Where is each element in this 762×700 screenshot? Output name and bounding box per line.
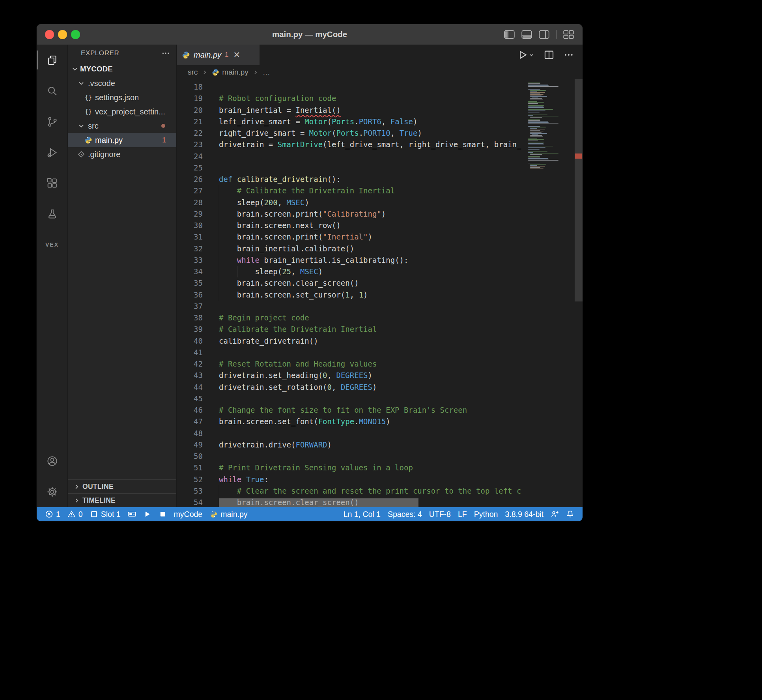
chevron-down-icon xyxy=(71,65,79,73)
status-errors[interactable]: 1 xyxy=(41,510,64,519)
code-token: # Clear the screen and reset the print c… xyxy=(237,487,521,495)
code-line-33[interactable]: 33 while brain_inertial.is_calibrating()… xyxy=(177,255,532,266)
close-window-button[interactable] xyxy=(45,30,54,39)
layout-sidebar-right-button[interactable] xyxy=(539,30,549,39)
close-tab-button[interactable]: ✕ xyxy=(233,50,241,60)
minimize-window-button[interactable] xyxy=(58,30,67,39)
code-line-19[interactable]: 19# Robot configuration code xyxy=(177,93,532,104)
tree-item-src[interactable]: src xyxy=(68,119,176,133)
activity-vex-logo[interactable]: VEX xyxy=(37,229,67,260)
code-line-44[interactable]: 44drivetrain.set_rotation(0, DEGREES) xyxy=(177,382,532,393)
activity-test-beaker[interactable] xyxy=(37,198,67,229)
status-project-name[interactable]: myCode xyxy=(170,510,206,519)
code-line-24[interactable]: 24 xyxy=(177,151,532,162)
code-line-26[interactable]: 26def calibrate_drivetrain(): xyxy=(177,174,532,185)
breadcrumb-[interactable]: … xyxy=(263,68,270,77)
status-eol[interactable]: LF xyxy=(454,510,471,519)
code-line-49[interactable]: 49drivetrain.drive(FORWARD) xyxy=(177,439,532,451)
line-text: sleep(25, MSEC) xyxy=(219,266,323,277)
activity-extensions[interactable] xyxy=(37,168,67,198)
code-line-29[interactable]: 29 brain.screen.print("Calibrating") xyxy=(177,208,532,220)
code-line-46[interactable]: 46# Change the font size to fit on the E… xyxy=(177,404,532,416)
code-line-37[interactable]: 37 xyxy=(177,301,532,312)
code-line-18[interactable]: 18 xyxy=(177,81,532,93)
status-slot[interactable]: Slot 1 xyxy=(86,510,124,519)
tab-main-py[interactable]: main.py 1 ✕ xyxy=(177,45,260,65)
code-line-42[interactable]: 42# Reset Rotation and Heading values xyxy=(177,358,532,370)
status-indentation[interactable]: Spaces: 4 xyxy=(384,510,426,519)
minimap[interactable] xyxy=(528,81,572,169)
code-line-22[interactable]: 22right_drive_smart = Motor(Ports.PORT10… xyxy=(177,127,532,139)
code-line-43[interactable]: 43drivetrain.set_heading(0, DEGREES) xyxy=(177,370,532,381)
zoom-window-button[interactable] xyxy=(71,30,80,39)
code-line-38[interactable]: 38# Begin project code xyxy=(177,312,532,324)
code-line-40[interactable]: 40calibrate_drivetrain() xyxy=(177,335,532,347)
tree-item-vscode[interactable]: .vscode xyxy=(68,76,176,90)
breadcrumb-src[interactable]: src xyxy=(188,68,198,77)
code-line-51[interactable]: 51# Print Drivetrain Sensing values in a… xyxy=(177,462,532,474)
code-line-25[interactable]: 25 xyxy=(177,162,532,174)
status-interpreter[interactable]: 3.8.9 64-bit xyxy=(501,510,547,519)
activity-source-control[interactable] xyxy=(37,106,67,137)
activity-run-debug[interactable] xyxy=(37,137,67,168)
code-line-45[interactable]: 45 xyxy=(177,393,532,404)
code-line-23[interactable]: 23drivetrain = SmartDrive(left_drive_sma… xyxy=(177,139,532,150)
code-line-34[interactable]: 34 sleep(25, MSEC) xyxy=(177,266,532,277)
split-editor-button[interactable] xyxy=(544,50,554,60)
tree-item-vex-project-settin[interactable]: {}vex_project_settin... xyxy=(68,105,176,119)
line-number: 30 xyxy=(177,220,203,231)
run-file-button[interactable] xyxy=(517,50,534,60)
status-language-mode[interactable]: Python xyxy=(471,510,502,519)
panel-outline[interactable]: OUTLINE xyxy=(68,479,176,493)
code-line-28[interactable]: 28 sleep(200, MSEC) xyxy=(177,197,532,208)
layout-panel-button[interactable] xyxy=(521,30,532,39)
breadcrumb-main-py[interactable]: main.py xyxy=(212,68,248,77)
activity-files[interactable] xyxy=(37,45,67,75)
status-feedback[interactable] xyxy=(547,510,562,518)
tree-root-mycode[interactable]: MYCODE xyxy=(68,62,176,76)
code-line-32[interactable]: 32 brain_inertial.calibrate() xyxy=(177,243,532,255)
explorer-actions-button[interactable] xyxy=(161,49,170,58)
code-line-39[interactable]: 39# Calibrate the Drivetrain Inertial xyxy=(177,324,532,335)
line-number: 48 xyxy=(177,428,203,439)
more-button[interactable] xyxy=(564,50,574,60)
activity-settings-gear[interactable] xyxy=(37,476,67,507)
status-notifications[interactable] xyxy=(562,510,578,518)
code-line-52[interactable]: 52while True: xyxy=(177,474,532,485)
code-line-21[interactable]: 21left_drive_smart = Motor(Ports.PORT6, … xyxy=(177,116,532,127)
code-line-35[interactable]: 35 brain.screen.clear_screen() xyxy=(177,277,532,289)
status-brain-device[interactable] xyxy=(124,510,140,518)
activity-account[interactable] xyxy=(37,445,67,476)
line-text: left_drive_smart = Motor(Ports.PORT6, Fa… xyxy=(219,116,417,127)
minimap-line xyxy=(528,113,572,114)
status-active-file[interactable]: main.py xyxy=(206,510,251,519)
minimap-line xyxy=(530,166,545,167)
code-line-27[interactable]: 27 # Calibrate the Drivetrain Inertial xyxy=(177,185,532,197)
vertical-scrollbar[interactable] xyxy=(575,79,583,301)
layout-sidebar-left-button[interactable] xyxy=(504,30,515,39)
code-line-41[interactable]: 41 xyxy=(177,347,532,358)
status-run-project[interactable] xyxy=(140,510,155,518)
code-editor[interactable]: 1819# Robot configuration code20brain_in… xyxy=(177,79,583,507)
minimap-line xyxy=(528,149,540,150)
code-line-30[interactable]: 30 brain.screen.next_row() xyxy=(177,220,532,231)
tree-item-settings-json[interactable]: {}settings.json xyxy=(68,90,176,105)
status-warnings[interactable]: 0 xyxy=(64,510,86,519)
code-line-50[interactable]: 50 xyxy=(177,451,532,462)
code-line-53[interactable]: 53 # Clear the screen and reset the prin… xyxy=(177,485,532,497)
code-line-36[interactable]: 36 brain.screen.set_cursor(1, 1) xyxy=(177,289,532,301)
code-line-47[interactable]: 47brain.screen.set_font(FontType.MONO15) xyxy=(177,416,532,427)
activity-search[interactable] xyxy=(37,75,67,106)
code-line-48[interactable]: 48 xyxy=(177,428,532,439)
panel-timeline[interactable]: TIMELINE xyxy=(68,493,176,507)
tree-item-gitignore[interactable]: .gitignore xyxy=(68,147,176,161)
layout-customize-button[interactable] xyxy=(563,30,574,39)
status-encoding[interactable]: UTF-8 xyxy=(426,510,454,519)
horizontal-scrollbar[interactable] xyxy=(219,498,418,507)
status-stop-project[interactable] xyxy=(155,510,170,518)
tree-item-main-py[interactable]: main.py1 xyxy=(68,133,176,147)
status-cursor-position[interactable]: Ln 1, Col 1 xyxy=(340,510,384,519)
indent-guide xyxy=(237,266,237,277)
code-line-20[interactable]: 20brain_inertial = Inertial() xyxy=(177,105,532,116)
code-line-31[interactable]: 31 brain.screen.print("Inertial") xyxy=(177,231,532,243)
